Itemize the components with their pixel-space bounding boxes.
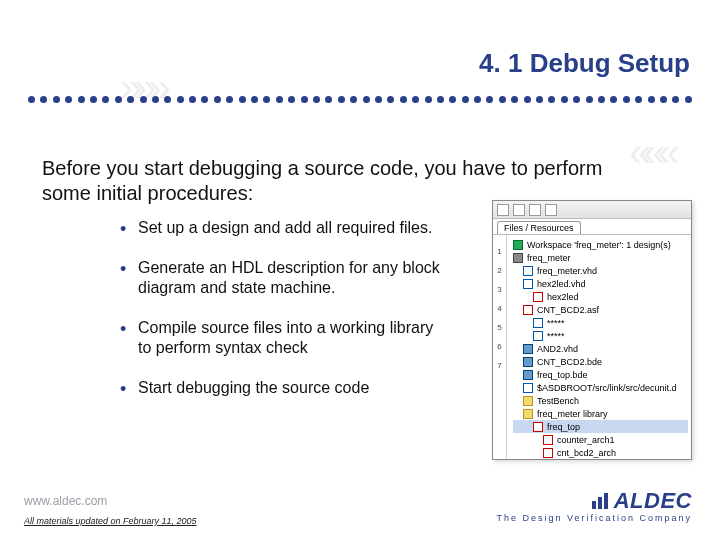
tree-row[interactable]: freq_meter: [513, 251, 688, 264]
red-icon: [543, 448, 553, 458]
decorative-arrows-right: »»»: [637, 130, 680, 175]
toolbar-button-icon[interactable]: [545, 204, 557, 216]
toolbar-button-icon[interactable]: [513, 204, 525, 216]
blue-icon: [523, 357, 533, 367]
tree-label: counter_arch1: [557, 435, 615, 445]
file-browser-tabrow: Files / Resources: [493, 219, 691, 235]
file-browser-panel: Files / Resources 1234567 Workspace 'fre…: [492, 200, 692, 460]
brand-text: ALDEC: [614, 488, 692, 513]
tree-row[interactable]: TestBench: [513, 394, 688, 407]
bullet-item: Start debugging the source code: [120, 378, 450, 398]
tree-row[interactable]: CNT_BCD2.bde: [513, 355, 688, 368]
slide-footer: www.aldec.com All materials updated on F…: [0, 490, 720, 540]
chip-icon: [513, 253, 523, 263]
tree-label: freq_meter: [527, 253, 571, 263]
bullet-list: Set up a design and add all required fil…: [120, 218, 450, 418]
blue-icon: [523, 370, 533, 380]
file-tree[interactable]: Workspace 'freq_meter': 1 design(s)freq_…: [507, 235, 691, 459]
tree-label: Workspace 'freq_meter': 1 design(s): [527, 240, 671, 250]
bullet-item: Compile source files into a working libr…: [120, 318, 450, 358]
tree-row[interactable]: CNT_BCD2.asf: [513, 303, 688, 316]
tree-label: freq_meter library: [537, 409, 608, 419]
file-icon: [523, 383, 533, 393]
red-icon: [533, 422, 543, 432]
footer-url: www.aldec.com: [24, 494, 107, 508]
brand-bars-icon: [592, 491, 610, 513]
gutter-number: 6: [497, 342, 501, 351]
tree-row[interactable]: hex2led: [513, 290, 688, 303]
ws-icon: [513, 240, 523, 250]
tree-label: *****: [547, 331, 565, 341]
bullet-item: Set up a design and add all required fil…: [120, 218, 450, 238]
file-browser-toolbar: [493, 201, 691, 219]
divider-dots: [28, 96, 692, 110]
tree-label: $ASDBROOT/src/link/src/decunit.d: [537, 383, 677, 393]
tree-row[interactable]: cnt_bcd2_arch: [513, 446, 688, 459]
tree-label: AND2.vhd: [537, 344, 578, 354]
blue-icon: [523, 344, 533, 354]
red-icon: [543, 435, 553, 445]
bullet-item: Generate an HDL description for any bloc…: [120, 258, 450, 298]
gutter-number: 7: [497, 361, 501, 370]
file-icon: [523, 279, 533, 289]
tree-label: TestBench: [537, 396, 579, 406]
tree-row[interactable]: $ASDBROOT/src/link/src/decunit.d: [513, 381, 688, 394]
intro-text: Before you start debugging a source code…: [42, 156, 642, 206]
brand-tagline: The Design Verification Company: [496, 513, 692, 523]
red-icon: [533, 292, 543, 302]
file-browser-tab[interactable]: Files / Resources: [497, 221, 581, 234]
tree-label: CNT_BCD2.bde: [537, 357, 602, 367]
line-gutter: 1234567: [493, 235, 507, 459]
red-icon: [523, 305, 533, 315]
tree-label: CNT_BCD2.asf: [537, 305, 599, 315]
tree-label: freq_top.bde: [537, 370, 588, 380]
gutter-number: 1: [497, 247, 501, 256]
toolbar-button-icon[interactable]: [497, 204, 509, 216]
toolbar-button-icon[interactable]: [529, 204, 541, 216]
tree-row[interactable]: counter_arch1: [513, 433, 688, 446]
footer-updated: All materials updated on February 11, 20…: [24, 516, 197, 526]
tree-label: cnt_bcd2_arch: [557, 448, 616, 458]
gutter-number: 5: [497, 323, 501, 332]
tree-row[interactable]: AND2.vhd: [513, 342, 688, 355]
tree-label: freq_top: [547, 422, 580, 432]
tree-label: hex2led.vhd: [537, 279, 586, 289]
tree-row[interactable]: *****: [513, 316, 688, 329]
footer-logo: ALDEC The Design Verification Company: [496, 490, 692, 523]
tree-label: freq_meter.vhd: [537, 266, 597, 276]
tree-row[interactable]: hex2led.vhd: [513, 277, 688, 290]
file-icon: [523, 266, 533, 276]
file-icon: [533, 331, 543, 341]
file-icon: [533, 318, 543, 328]
tree-row[interactable]: freq_meter.vhd: [513, 264, 688, 277]
slide-title: 4. 1 Debug Setup: [479, 48, 690, 79]
gutter-number: 4: [497, 304, 501, 313]
tree-row[interactable]: *****: [513, 329, 688, 342]
tree-row[interactable]: freq_top: [513, 420, 688, 433]
tree-row[interactable]: freq_top.bde: [513, 368, 688, 381]
gutter-number: 3: [497, 285, 501, 294]
brand-name: ALDEC: [496, 490, 692, 513]
folder-icon: [523, 396, 533, 406]
tree-label: *****: [547, 318, 565, 328]
gutter-number: 2: [497, 266, 501, 275]
tree-row[interactable]: freq_meter library: [513, 407, 688, 420]
tree-row[interactable]: Workspace 'freq_meter': 1 design(s): [513, 238, 688, 251]
tree-label: hex2led: [547, 292, 579, 302]
folder-icon: [523, 409, 533, 419]
